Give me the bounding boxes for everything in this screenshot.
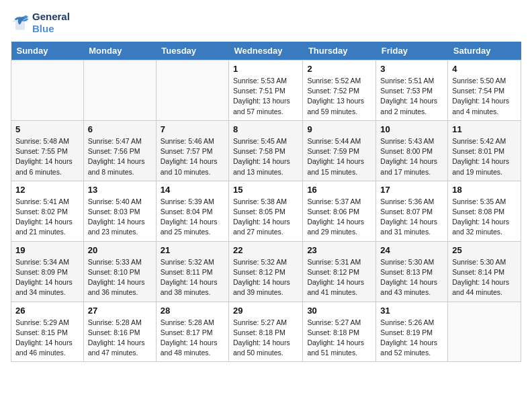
calendar-cell: 26Sunrise: 5:29 AMSunset: 8:15 PMDayligh…	[11, 302, 84, 362]
day-number: 9	[307, 124, 371, 134]
calendar-cell: 24Sunrise: 5:30 AMSunset: 8:13 PMDayligh…	[376, 241, 448, 302]
day-number: 22	[233, 245, 298, 255]
day-info: Sunrise: 5:32 AMSunset: 8:12 PMDaylight:…	[233, 257, 298, 298]
calendar-cell	[448, 302, 521, 362]
day-info: Sunrise: 5:37 AMSunset: 8:06 PMDaylight:…	[307, 197, 371, 238]
calendar-cell: 7Sunrise: 5:46 AMSunset: 7:57 PMDaylight…	[156, 120, 228, 181]
calendar-cell: 13Sunrise: 5:40 AMSunset: 8:03 PMDayligh…	[83, 181, 156, 241]
day-number: 7	[161, 124, 224, 134]
day-info: Sunrise: 5:43 AMSunset: 8:00 PMDaylight:…	[380, 136, 443, 177]
day-info: Sunrise: 5:28 AMSunset: 8:17 PMDaylight:…	[161, 318, 224, 359]
day-info: Sunrise: 5:40 AMSunset: 8:03 PMDaylight:…	[88, 197, 152, 238]
day-info: Sunrise: 5:36 AMSunset: 8:07 PMDaylight:…	[380, 197, 443, 238]
calendar-cell: 10Sunrise: 5:43 AMSunset: 8:00 PMDayligh…	[376, 120, 448, 181]
day-number: 16	[307, 185, 371, 195]
calendar-cell: 5Sunrise: 5:48 AMSunset: 7:55 PMDaylight…	[11, 120, 84, 181]
logo-text: General Blue	[32, 11, 70, 35]
day-number: 13	[88, 185, 152, 195]
day-number: 18	[452, 185, 517, 195]
calendar-cell	[83, 60, 156, 121]
day-info: Sunrise: 5:28 AMSunset: 8:16 PMDaylight:…	[88, 318, 152, 359]
day-number: 19	[15, 245, 79, 255]
calendar-cell: 28Sunrise: 5:28 AMSunset: 8:17 PMDayligh…	[156, 302, 228, 362]
calendar-cell: 11Sunrise: 5:42 AMSunset: 8:01 PMDayligh…	[448, 120, 521, 181]
calendar-cell: 30Sunrise: 5:27 AMSunset: 8:18 PMDayligh…	[303, 302, 376, 362]
calendar-cell: 21Sunrise: 5:32 AMSunset: 8:11 PMDayligh…	[156, 241, 228, 302]
calendar-cell: 1Sunrise: 5:53 AMSunset: 7:51 PMDaylight…	[229, 60, 303, 121]
day-info: Sunrise: 5:42 AMSunset: 8:01 PMDaylight:…	[452, 136, 517, 177]
day-info: Sunrise: 5:29 AMSunset: 8:15 PMDaylight:…	[15, 318, 79, 359]
day-number: 31	[380, 306, 443, 316]
calendar-cell: 4Sunrise: 5:50 AMSunset: 7:54 PMDaylight…	[448, 60, 521, 121]
calendar-week-row-4: 19Sunrise: 5:34 AMSunset: 8:09 PMDayligh…	[11, 241, 521, 302]
calendar-table: SundayMondayTuesdayWednesdayThursdayFrid…	[11, 42, 521, 362]
day-info: Sunrise: 5:38 AMSunset: 8:05 PMDaylight:…	[233, 197, 298, 238]
day-number: 21	[161, 245, 224, 255]
calendar-cell: 19Sunrise: 5:34 AMSunset: 8:09 PMDayligh…	[11, 241, 84, 302]
calendar-cell: 15Sunrise: 5:38 AMSunset: 8:05 PMDayligh…	[229, 181, 303, 241]
day-info: Sunrise: 5:34 AMSunset: 8:09 PMDaylight:…	[15, 257, 79, 298]
day-number: 1	[233, 64, 298, 74]
logo: General Blue	[11, 11, 70, 35]
calendar-cell: 17Sunrise: 5:36 AMSunset: 8:07 PMDayligh…	[376, 181, 448, 241]
day-number: 26	[15, 306, 79, 316]
day-info: Sunrise: 5:47 AMSunset: 7:56 PMDaylight:…	[88, 136, 152, 177]
calendar-cell: 12Sunrise: 5:41 AMSunset: 8:02 PMDayligh…	[11, 181, 84, 241]
calendar-header-sunday: Sunday	[11, 42, 84, 60]
day-info: Sunrise: 5:46 AMSunset: 7:57 PMDaylight:…	[161, 136, 224, 177]
calendar-cell: 27Sunrise: 5:28 AMSunset: 8:16 PMDayligh…	[83, 302, 156, 362]
day-number: 23	[307, 245, 371, 255]
day-number: 27	[88, 306, 152, 316]
day-number: 20	[88, 245, 152, 255]
day-info: Sunrise: 5:39 AMSunset: 8:04 PMDaylight:…	[161, 197, 224, 238]
day-info: Sunrise: 5:30 AMSunset: 8:14 PMDaylight:…	[452, 257, 517, 298]
day-number: 2	[307, 64, 371, 74]
calendar-header-row: SundayMondayTuesdayWednesdayThursdayFrid…	[11, 42, 521, 60]
calendar-cell: 9Sunrise: 5:44 AMSunset: 7:59 PMDaylight…	[303, 120, 376, 181]
calendar-header-tuesday: Tuesday	[156, 42, 228, 60]
day-info: Sunrise: 5:30 AMSunset: 8:13 PMDaylight:…	[380, 257, 443, 298]
calendar-week-row-5: 26Sunrise: 5:29 AMSunset: 8:15 PMDayligh…	[11, 302, 521, 362]
day-number: 11	[452, 124, 517, 134]
day-info: Sunrise: 5:26 AMSunset: 8:19 PMDaylight:…	[380, 318, 443, 359]
day-number: 10	[380, 124, 443, 134]
day-info: Sunrise: 5:35 AMSunset: 8:08 PMDaylight:…	[452, 197, 517, 238]
day-number: 14	[161, 185, 224, 195]
calendar-header-thursday: Thursday	[303, 42, 376, 60]
page-header: General Blue	[11, 11, 521, 35]
day-number: 8	[233, 124, 298, 134]
calendar-cell	[156, 60, 228, 121]
calendar-week-row-1: 1Sunrise: 5:53 AMSunset: 7:51 PMDaylight…	[11, 60, 521, 121]
day-info: Sunrise: 5:32 AMSunset: 8:11 PMDaylight:…	[161, 257, 224, 298]
calendar-header-friday: Friday	[376, 42, 448, 60]
calendar-cell: 23Sunrise: 5:31 AMSunset: 8:12 PMDayligh…	[303, 241, 376, 302]
day-number: 25	[452, 245, 517, 255]
calendar-cell: 25Sunrise: 5:30 AMSunset: 8:14 PMDayligh…	[448, 241, 521, 302]
day-info: Sunrise: 5:27 AMSunset: 8:18 PMDaylight:…	[307, 318, 371, 359]
day-number: 29	[233, 306, 298, 316]
day-number: 17	[380, 185, 443, 195]
day-info: Sunrise: 5:53 AMSunset: 7:51 PMDaylight:…	[233, 76, 298, 117]
day-info: Sunrise: 5:33 AMSunset: 8:10 PMDaylight:…	[88, 257, 152, 298]
day-info: Sunrise: 5:31 AMSunset: 8:12 PMDaylight:…	[307, 257, 371, 298]
day-info: Sunrise: 5:45 AMSunset: 7:58 PMDaylight:…	[233, 136, 298, 177]
calendar-cell: 16Sunrise: 5:37 AMSunset: 8:06 PMDayligh…	[303, 181, 376, 241]
calendar-header-monday: Monday	[83, 42, 156, 60]
calendar-cell: 3Sunrise: 5:51 AMSunset: 7:53 PMDaylight…	[376, 60, 448, 121]
calendar-cell	[11, 60, 84, 121]
calendar-cell: 31Sunrise: 5:26 AMSunset: 8:19 PMDayligh…	[376, 302, 448, 362]
calendar-cell: 22Sunrise: 5:32 AMSunset: 8:12 PMDayligh…	[229, 241, 303, 302]
day-number: 3	[380, 64, 443, 74]
calendar-cell: 6Sunrise: 5:47 AMSunset: 7:56 PMDaylight…	[83, 120, 156, 181]
calendar-week-row-3: 12Sunrise: 5:41 AMSunset: 8:02 PMDayligh…	[11, 181, 521, 241]
day-number: 4	[452, 64, 517, 74]
calendar-cell: 8Sunrise: 5:45 AMSunset: 7:58 PMDaylight…	[229, 120, 303, 181]
day-info: Sunrise: 5:50 AMSunset: 7:54 PMDaylight:…	[452, 76, 517, 117]
day-info: Sunrise: 5:41 AMSunset: 8:02 PMDaylight:…	[15, 197, 79, 238]
day-info: Sunrise: 5:51 AMSunset: 7:53 PMDaylight:…	[380, 76, 443, 117]
day-number: 5	[15, 124, 79, 134]
day-number: 6	[88, 124, 152, 134]
day-number: 12	[15, 185, 79, 195]
day-info: Sunrise: 5:44 AMSunset: 7:59 PMDaylight:…	[307, 136, 371, 177]
day-info: Sunrise: 5:48 AMSunset: 7:55 PMDaylight:…	[15, 136, 79, 177]
